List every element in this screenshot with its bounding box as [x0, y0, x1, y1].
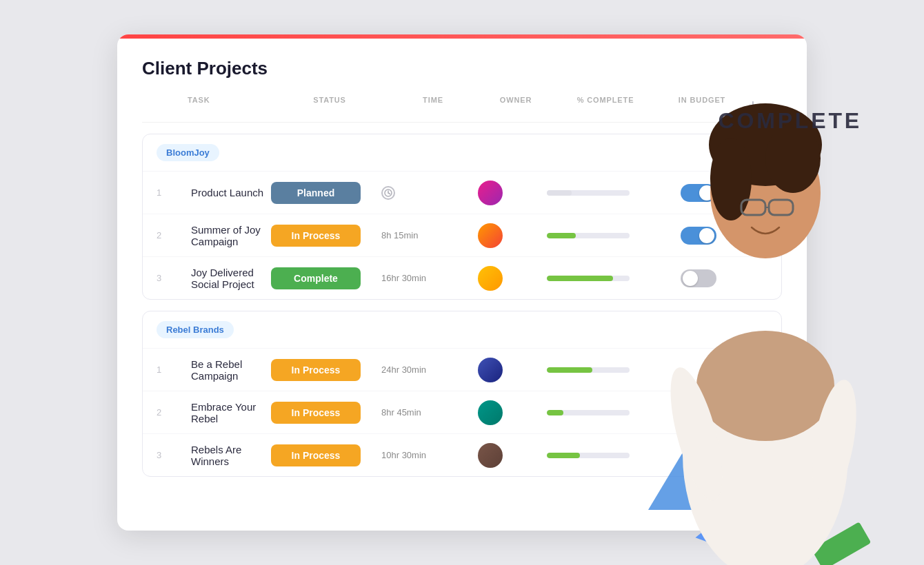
time-value: 8h 15min [381, 230, 418, 240]
th-percent: % COMPLETE [550, 96, 661, 115]
task-name: Summer of Joy Campaign [191, 224, 271, 247]
row-number: 3 [157, 273, 191, 283]
owner-cell [478, 223, 547, 248]
avatar [478, 223, 503, 248]
time-cell: 8hr 45min [381, 407, 478, 418]
progress-bar [547, 276, 613, 281]
progress-bar [547, 453, 580, 458]
task-name: Joy Delivered Social Project [191, 267, 271, 290]
group-label-rebel-brands: Rebel Brands [157, 321, 234, 338]
owner-cell [478, 181, 547, 205]
group-bloomjoy: BloomJoy 1 Product Launch Planned [142, 134, 782, 300]
table-row: 3 Joy Delivered Social Project Complete … [143, 256, 781, 299]
time-cell: 8h 15min [381, 230, 478, 240]
budget-toggle[interactable] [681, 269, 716, 287]
status-cell: In Process [271, 444, 381, 466]
task-name: Be a Rebel Campaign [191, 358, 271, 382]
toggle-knob [699, 228, 714, 243]
th-time: TIME [385, 96, 481, 115]
th-owner: OWNER [481, 96, 550, 115]
avatar [478, 181, 503, 205]
table-row: 2 Summer of Joy Campaign In Process 8h 1… [143, 214, 781, 256]
task-name: Rebels Are Winners [191, 444, 271, 467]
progress-bar-container [547, 367, 630, 373]
progress-bar-container [547, 276, 630, 281]
time-value: 24hr 30min [381, 364, 426, 375]
budget-cell [657, 269, 740, 287]
task-name: Product Launch [191, 187, 271, 198]
row-number: 2 [157, 407, 191, 418]
row-number: 1 [157, 187, 191, 198]
progress-bar [547, 190, 572, 196]
status-cell: Planned [271, 182, 381, 204]
progress-bar-container [547, 410, 630, 415]
table-row: 1 Product Launch Planned [143, 171, 781, 214]
group-label-bloomjoy: BloomJoy [157, 144, 219, 161]
time-cell: 10hr 30min [381, 450, 478, 460]
time-cell: 16hr 30min [381, 273, 478, 283]
table-header: TASK STATUS TIME OWNER % COMPLETE IN BUD… [142, 96, 782, 123]
time-value: 10hr 30min [381, 450, 426, 460]
group-header-bloomjoy: BloomJoy [143, 134, 781, 171]
progress-bar [547, 233, 576, 238]
th-num [153, 96, 188, 115]
time-cell [381, 186, 478, 200]
toggle-knob [699, 185, 714, 201]
th-status: STATUS [274, 96, 385, 115]
svg-line-2 [388, 193, 390, 194]
owner-cell [478, 400, 547, 425]
time-value: 16hr 30min [381, 273, 426, 283]
status-cell: In Process [271, 225, 381, 247]
status-badge[interactable]: In Process [271, 359, 361, 381]
progress-bar-container [547, 453, 630, 458]
status-badge[interactable]: In Process [271, 444, 361, 466]
time-value: 8hr 45min [381, 407, 421, 418]
group-header-rebel-brands: Rebel Brands [143, 311, 781, 348]
table-row: 1 Be a Rebel Campaign In Process 24hr 30… [143, 348, 781, 391]
owner-cell [478, 358, 547, 382]
owner-cell [478, 266, 547, 291]
avatar [478, 266, 503, 291]
time-cell: 24hr 30min [381, 364, 478, 375]
budget-cell [657, 227, 740, 245]
complete-overlay-text: COMPLETE [718, 108, 862, 134]
status-badge[interactable]: Planned [271, 182, 361, 204]
row-number: 3 [157, 450, 191, 460]
avatar [478, 443, 503, 468]
toggle-knob [683, 271, 698, 286]
progress-bar [547, 410, 563, 415]
card-content: Client Projects TASK STATUS TIME OWNER %… [117, 39, 807, 504]
page-title: Client Projects [142, 58, 782, 79]
status-badge[interactable]: Complete [271, 267, 361, 289]
budget-cell [657, 184, 740, 202]
status-badge[interactable]: In Process [271, 225, 361, 247]
triangle-decoration-green [812, 522, 872, 565]
progress-bar-container [547, 190, 630, 196]
budget-toggle[interactable] [681, 184, 716, 202]
budget-toggle[interactable] [681, 227, 716, 245]
svg-point-10 [805, 377, 864, 506]
status-cell: In Process [271, 402, 381, 424]
avatar [478, 358, 503, 382]
table-row: 2 Embrace Your Rebel In Process 8hr 45mi… [143, 391, 781, 433]
task-name: Embrace Your Rebel [191, 401, 271, 424]
status-cell: Complete [271, 267, 381, 289]
status-badge[interactable]: In Process [271, 402, 361, 424]
th-task: TASK [188, 96, 274, 115]
owner-cell [478, 443, 547, 468]
status-cell: In Process [271, 359, 381, 381]
progress-bar-container [547, 233, 630, 238]
row-number: 2 [157, 230, 191, 240]
avatar [478, 400, 503, 425]
row-number: 1 [157, 364, 191, 375]
progress-bar [547, 367, 592, 373]
clock-icon [381, 186, 395, 200]
